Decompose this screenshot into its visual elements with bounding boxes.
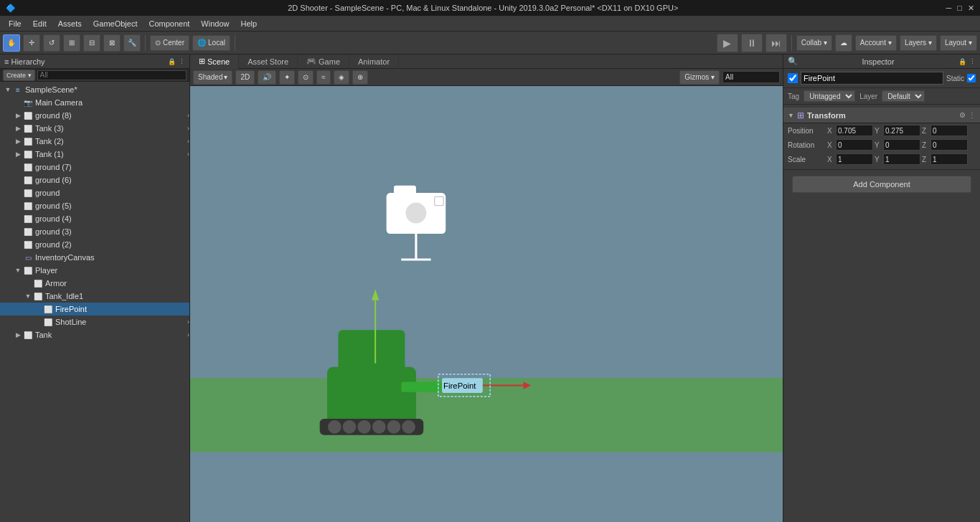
inspector-header: 🔍 Inspector 🔒 ⋮ [783, 54, 980, 69]
account-dropdown[interactable]: Account ▾ [855, 35, 897, 51]
rot-y-input[interactable] [883, 139, 920, 151]
object-name-input[interactable] [801, 72, 943, 85]
tree-item-tank2[interactable]: ▶ ⬜ Tank (2) › [0, 135, 189, 148]
tree-item-ground4[interactable]: ⬜ ground (4) [0, 212, 189, 225]
rot-x-input[interactable] [836, 139, 873, 151]
tree-item-ground5[interactable]: ⬜ ground (5) [0, 199, 189, 212]
rot-y-label: Y [875, 141, 882, 149]
menu-window[interactable]: Window [195, 18, 235, 29]
menu-component[interactable]: Component [143, 18, 195, 29]
minimize-button[interactable]: ─ [946, 4, 952, 13]
tree-item-maincamera[interactable]: 📷 Main Camera [0, 96, 189, 109]
pause-button[interactable]: ⏸ [741, 34, 763, 52]
particle-btn[interactable]: ⊕ [352, 70, 368, 85]
layers-dropdown[interactable]: Layers ▾ [900, 35, 937, 51]
tool-rect[interactable]: ⊟ [83, 34, 100, 52]
space-dropdown[interactable]: 🌐 Local [192, 35, 230, 51]
inspector-lock-icon[interactable]: 🔒 [958, 58, 966, 65]
tool-move[interactable]: ✛ [23, 34, 40, 52]
pivot-dropdown[interactable]: ⊙ Center [150, 35, 189, 51]
scene-gizmos-btn[interactable]: Gizmos ▾ [679, 70, 720, 85]
tree-item-firepoint[interactable]: ⬜ FirePoint [0, 303, 189, 315]
pos-y-input[interactable] [883, 125, 920, 136]
hierarchy-create-btn[interactable]: Create ▾ [3, 70, 35, 81]
static-checkbox[interactable] [967, 74, 976, 82]
icon-tank3: ⬜ [23, 123, 33, 133]
tool-scale[interactable]: ⊞ [63, 34, 80, 52]
scale-z-input[interactable] [930, 153, 968, 165]
tree-item-tank1[interactable]: ▶ ⬜ Tank (1) › [0, 148, 189, 161]
hierarchy-menu-icon[interactable]: ⋮ [179, 58, 185, 65]
label-firepoint: FirePoint [55, 305, 87, 313]
transform-header[interactable]: ▼ ⊞ Transform ⚙ ⋮ [783, 108, 980, 123]
inspector-menu-icon[interactable]: ⋮ [969, 58, 976, 65]
tool-custom[interactable]: 🔧 [123, 34, 141, 52]
object-active-checkbox[interactable] [788, 73, 798, 83]
skybox-btn[interactable]: ⊙ [298, 70, 314, 85]
tree-item-tank-bottom[interactable]: ▶ ⬜ Tank › [0, 328, 189, 341]
fog-btn[interactable]: ≈ [316, 70, 331, 85]
ground8-arrow: › [187, 112, 189, 119]
tab-animator[interactable]: Animator [349, 54, 399, 69]
titlebar-controls[interactable]: ─ □ ✕ [946, 4, 974, 13]
tool-transform[interactable]: ⊠ [103, 34, 121, 52]
svg-point-16 [402, 420, 415, 434]
scene-filter-input[interactable] [722, 71, 780, 83]
shaded-dropdown[interactable]: Shaded ▾ [193, 70, 232, 85]
pos-z-input[interactable] [930, 125, 968, 136]
tab-game[interactable]: 🎮 Game [298, 54, 349, 69]
fx-btn[interactable]: ✦ [279, 70, 295, 85]
hierarchy-search-input[interactable] [37, 70, 187, 80]
scale-y-input[interactable] [883, 153, 920, 165]
cloud-button[interactable]: ☁ [835, 34, 852, 52]
menu-edit[interactable]: Edit [27, 18, 52, 29]
tree-item-tankidle1[interactable]: ▼ ⬜ Tank_Idle1 [0, 290, 189, 303]
close-button[interactable]: ✕ [968, 4, 974, 13]
tree-item-ground3[interactable]: ⬜ ground (3) [0, 225, 189, 238]
layer-dropdown[interactable]: Default [882, 90, 925, 102]
tree-item-tank3[interactable]: ▶ ⬜ Tank (3) › [0, 122, 189, 135]
tree-item-ground[interactable]: ⬜ ground [0, 186, 189, 199]
tool-rotate[interactable]: ↺ [43, 34, 60, 52]
menu-assets[interactable]: Assets [52, 18, 88, 29]
flare-btn[interactable]: ◈ [334, 70, 349, 85]
menu-gameobject[interactable]: GameObject [88, 18, 143, 29]
position-xyz: X Y Z [827, 125, 976, 136]
add-component-button[interactable]: Add Component [792, 176, 971, 193]
tool-hand[interactable]: ✋ [3, 34, 20, 52]
menu-file[interactable]: File [3, 18, 27, 29]
rot-z-input[interactable] [930, 139, 968, 151]
layout-dropdown[interactable]: Layout ▾ [940, 35, 977, 51]
tab-assetstore[interactable]: Asset Store [239, 54, 298, 69]
maximize-button[interactable]: □ [957, 4, 962, 13]
tank1-arrow: › [187, 151, 189, 158]
mode-2d-btn[interactable]: 2D [235, 70, 255, 85]
tree-item-armor[interactable]: ⬜ Armor [0, 277, 189, 290]
tag-dropdown[interactable]: Untagged [804, 90, 855, 102]
scene-view[interactable]: FirePoint [190, 86, 783, 522]
menu-help[interactable]: Help [235, 18, 263, 29]
transform-scale-row: Scale X Y Z [783, 152, 980, 166]
pos-x-input[interactable] [836, 125, 873, 136]
layer-label: Layer [859, 92, 877, 100]
transform-settings-icon[interactable]: ⚙ [959, 111, 966, 119]
transform-overflow-icon[interactable]: ⋮ [969, 111, 976, 119]
hierarchy-lock-icon[interactable]: 🔒 [168, 58, 176, 65]
tree-item-ground2[interactable]: ⬜ ground (2) [0, 238, 189, 251]
scale-x-input[interactable] [836, 153, 873, 165]
tree-item-ground6[interactable]: ⬜ ground (6) [0, 174, 189, 186]
audio-btn[interactable]: 🔊 [258, 70, 276, 85]
tree-item-inventorycanvas[interactable]: ▭ InventoryCanvas [0, 251, 189, 264]
tree-item-shotline[interactable]: ⬜ ShotLine › [0, 315, 189, 328]
step-button[interactable]: ⏭ [765, 34, 787, 52]
tree-item-samplescene[interactable]: ▼ ≡ SampleScene* [0, 83, 189, 96]
label-ground5: ground (5) [35, 201, 72, 210]
play-button[interactable]: ▶ [717, 34, 738, 52]
tree-item-player[interactable]: ▼ ⬜ Player [0, 264, 189, 277]
svg-rect-2 [394, 186, 416, 196]
pos-y-field: Y [875, 125, 920, 136]
tree-item-ground7[interactable]: ⬜ ground (7) [0, 161, 189, 174]
collab-button[interactable]: Collab ▾ [796, 35, 832, 51]
tree-item-ground8[interactable]: ▶ ⬜ ground (8) › [0, 109, 189, 122]
tab-scene[interactable]: ⊞ Scene [190, 54, 239, 69]
